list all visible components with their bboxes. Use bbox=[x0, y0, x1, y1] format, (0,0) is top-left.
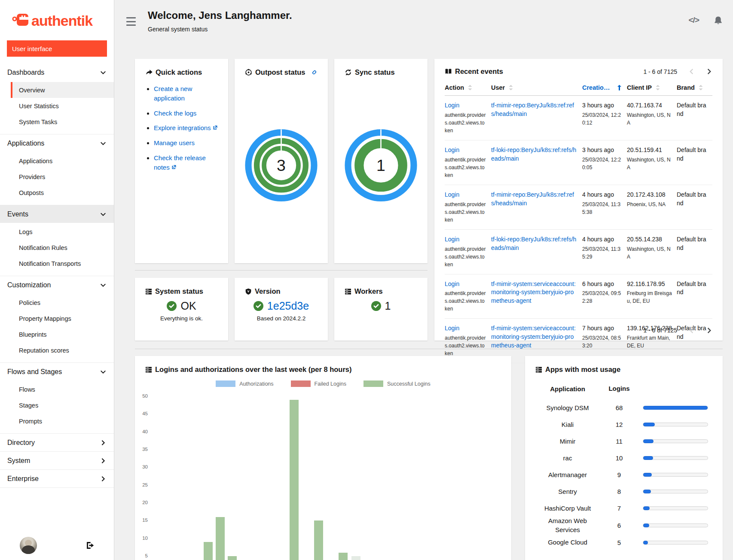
event-action-link[interactable]: Login bbox=[445, 191, 487, 199]
y-tick-label: 10 bbox=[136, 536, 148, 541]
event-brand-cell: Default brand bbox=[677, 230, 712, 274]
sidebar-item-prompts[interactable]: Prompts bbox=[0, 413, 114, 429]
quick-action-link[interactable]: Create a new application bbox=[154, 85, 192, 102]
event-user-link[interactable]: tf-loki-repo:BeryJu/k8s:ref:refs/heads/m… bbox=[491, 236, 576, 251]
event-row: Loginauthentik.providers.oauth2.views.to… bbox=[445, 185, 712, 230]
event-action-link[interactable]: Login bbox=[445, 146, 487, 155]
sidebar-section-label: Applications bbox=[7, 140, 44, 147]
version-description: Based on 2024.2.2 bbox=[245, 315, 318, 322]
sidebar-item-notification-rules[interactable]: Notification Rules bbox=[0, 240, 114, 256]
sidebar-section-header[interactable]: Dashboards bbox=[0, 64, 114, 81]
app-usage-bar bbox=[638, 423, 712, 426]
sidebar-item-policies[interactable]: Policies bbox=[0, 295, 114, 310]
sidebar-item-reputation-scores[interactable]: Reputation scores bbox=[0, 342, 114, 358]
sidebar-item-flows[interactable]: Flows bbox=[0, 381, 114, 397]
pagination-range-label: 1 - 6 of 7125 bbox=[643, 68, 677, 75]
legend-label: Failed Logins bbox=[315, 381, 346, 387]
events-column-creation-date[interactable]: Creation Date bbox=[582, 78, 627, 95]
sidebar-item-outposts[interactable]: Outposts bbox=[0, 185, 114, 201]
quick-action-link[interactable]: Check the release notes bbox=[154, 154, 206, 171]
event-geo: Frankfurt am Main, DE, EU bbox=[627, 334, 672, 350]
user-avatar[interactable] bbox=[20, 537, 37, 554]
user-interface-button[interactable]: User interface bbox=[7, 40, 107, 57]
events-column-brand[interactable]: Brand bbox=[677, 78, 712, 95]
sidebar-item-providers[interactable]: Providers bbox=[0, 169, 114, 185]
check-circle-icon bbox=[167, 301, 177, 311]
sidebar-section-header[interactable]: Enterprise bbox=[0, 470, 114, 487]
event-row: Loginauthentik.providers.oauth2.views.to… bbox=[445, 230, 712, 274]
pagination-prev-icon[interactable] bbox=[688, 68, 695, 75]
sidebar-item-stages[interactable]: Stages bbox=[0, 397, 114, 413]
legend-item: Failed Logins bbox=[291, 380, 346, 387]
sidebar-section-label: Events bbox=[7, 210, 28, 218]
system-status-title: System status bbox=[155, 287, 203, 295]
sidebar-item-property-mappings[interactable]: Property Mappings bbox=[0, 310, 114, 326]
event-user-link[interactable]: tf-loki-repo:BeryJu/k8s:ref:refs/heads/m… bbox=[491, 146, 576, 162]
sidebar-section-header[interactable]: Applications bbox=[0, 134, 114, 152]
sidebar-item-applications[interactable]: Applications bbox=[0, 153, 114, 169]
app-name: Amazon Web Services bbox=[535, 517, 600, 534]
sidebar-section-header[interactable]: Flows and Stages bbox=[0, 363, 114, 380]
sidebar-item-notification-transports[interactable]: Notification Transports bbox=[0, 256, 114, 271]
notification-bell-icon[interactable] bbox=[714, 16, 723, 25]
legend-item: Authorizations bbox=[216, 380, 273, 387]
sidebar-section-header[interactable]: Customization bbox=[0, 276, 114, 294]
event-action-link[interactable]: Login bbox=[445, 235, 487, 244]
event-row: Loginauthentik.providers.oauth2.views.to… bbox=[445, 274, 712, 319]
event-timestamp: 25/03/2024, 12:20:12 bbox=[582, 111, 623, 127]
events-pagination-bottom: 1 - 6 of 7125 bbox=[643, 327, 712, 334]
events-column-action[interactable]: Action bbox=[445, 78, 491, 95]
logout-icon[interactable] bbox=[86, 541, 95, 550]
sidebar-section-label: Directory bbox=[7, 439, 35, 447]
page-subtitle: General system status bbox=[148, 26, 292, 33]
pagination-prev-icon[interactable] bbox=[688, 327, 695, 334]
sidebar-section-system: System bbox=[0, 451, 114, 469]
event-geo: Washington, US, NA bbox=[627, 111, 672, 127]
event-user-link[interactable]: tf-mimir-system:serviceaccount:monitorin… bbox=[491, 325, 576, 349]
event-action-link[interactable]: Login bbox=[445, 101, 487, 110]
sync-refresh-icon bbox=[345, 69, 352, 76]
bar-authorizations bbox=[351, 556, 360, 560]
sidebar-item-blueprints[interactable]: Blueprints bbox=[0, 326, 114, 342]
sidebar-section-header[interactable]: System bbox=[0, 452, 114, 469]
events-column-client-ip[interactable]: Client IP bbox=[627, 78, 677, 95]
app-name: rac bbox=[535, 454, 600, 463]
event-user-link[interactable]: tf-mimir-repo:BeryJu/k8s:ref:refs/heads/… bbox=[491, 102, 574, 117]
event-user-link[interactable]: tf-mimir-system:serviceaccount:monitorin… bbox=[491, 280, 576, 304]
outpost-link-icon[interactable] bbox=[311, 69, 318, 76]
event-time-ago: 7 hours ago bbox=[582, 324, 623, 333]
quick-action-link[interactable]: Manage users bbox=[154, 139, 195, 146]
event-user-cell: tf-mimir-system:serviceaccount:monitorin… bbox=[491, 274, 582, 319]
pagination-next-icon[interactable] bbox=[706, 68, 712, 75]
event-geo: Washington, US, NA bbox=[627, 245, 672, 261]
sidebar-section-header[interactable]: Events bbox=[0, 205, 114, 223]
events-table-body: Loginauthentik.providers.oauth2.views.to… bbox=[434, 96, 723, 363]
sidebar-toggle-icon[interactable] bbox=[126, 17, 136, 26]
recent-events-card: Recent events 1 - 6 of 7125 ActionUserCr… bbox=[434, 59, 723, 341]
sidebar-item-user-statistics[interactable]: User Statistics bbox=[0, 98, 114, 114]
version-value-link[interactable]: 1e25d3e bbox=[267, 300, 309, 312]
sidebar-item-system-tasks[interactable]: System Tasks bbox=[0, 114, 114, 130]
quick-action-link[interactable]: Explore integrations bbox=[154, 124, 211, 131]
column-label: User bbox=[491, 84, 505, 91]
progress-track bbox=[643, 523, 708, 527]
quick-action-link[interactable]: Check the logs bbox=[154, 110, 196, 117]
sidebar-section-header[interactable]: Directory bbox=[0, 434, 114, 451]
sidebar-item-logs[interactable]: Logs bbox=[0, 224, 114, 240]
event-action-cell: Loginauthentik.providers.oauth2.views.to… bbox=[445, 185, 491, 229]
pagination-next-icon[interactable] bbox=[706, 327, 712, 334]
system-status-value: OK bbox=[180, 300, 196, 312]
api-code-icon[interactable]: </> bbox=[689, 15, 699, 25]
event-action-link[interactable]: Login bbox=[445, 324, 487, 333]
y-tick-label: 15 bbox=[136, 517, 148, 523]
progress-track bbox=[643, 423, 708, 426]
quick-action-item: Check the release notes bbox=[154, 153, 218, 172]
y-tick-label: 5 bbox=[136, 553, 148, 558]
event-action-link[interactable]: Login bbox=[445, 280, 487, 289]
events-column-user[interactable]: User bbox=[491, 78, 582, 95]
event-creation-cell: 3 hours ago25/03/2024, 12:20:12 bbox=[582, 96, 627, 140]
sidebar-item-overview[interactable]: Overview bbox=[11, 82, 114, 98]
event-user-link[interactable]: tf-mimir-repo:BeryJu/k8s:ref:refs/heads/… bbox=[491, 191, 574, 207]
progress-fill bbox=[643, 506, 650, 510]
app-login-count: 10 bbox=[600, 454, 638, 462]
